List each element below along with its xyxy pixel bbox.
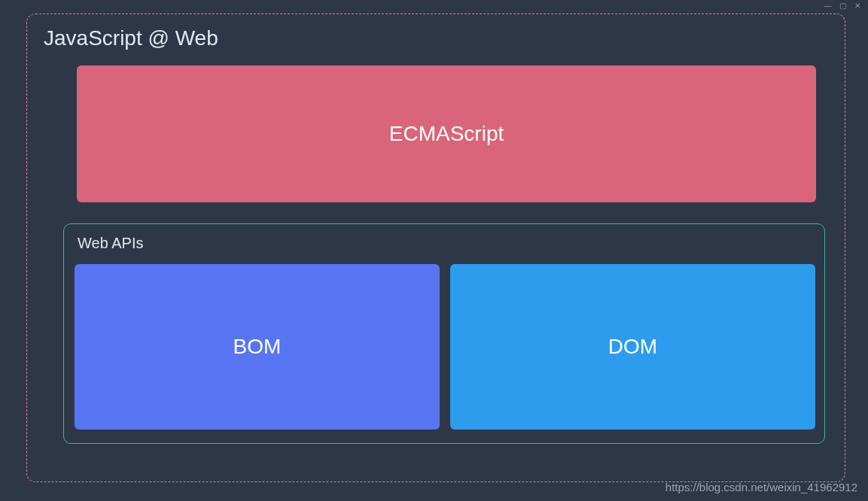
apis-row: BOM DOM	[75, 264, 815, 430]
web-apis-container: Web APIs BOM DOM	[63, 223, 825, 444]
outer-title: JavaScript @ Web	[44, 26, 822, 50]
bom-label: BOM	[233, 335, 282, 359]
ecmascript-block: ECMAScript	[77, 65, 816, 202]
web-apis-title: Web APIs	[78, 235, 815, 252]
window-controls: — ▢ ✕	[824, 2, 863, 10]
watermark: https://blog.csdn.net/weixin_41962912	[665, 481, 857, 493]
dom-block: DOM	[450, 264, 815, 430]
dom-label: DOM	[608, 335, 657, 359]
ecmascript-label: ECMAScript	[389, 122, 504, 146]
bom-block: BOM	[75, 264, 440, 430]
javascript-web-container: JavaScript @ Web ECMAScript Web APIs BOM…	[26, 14, 845, 482]
